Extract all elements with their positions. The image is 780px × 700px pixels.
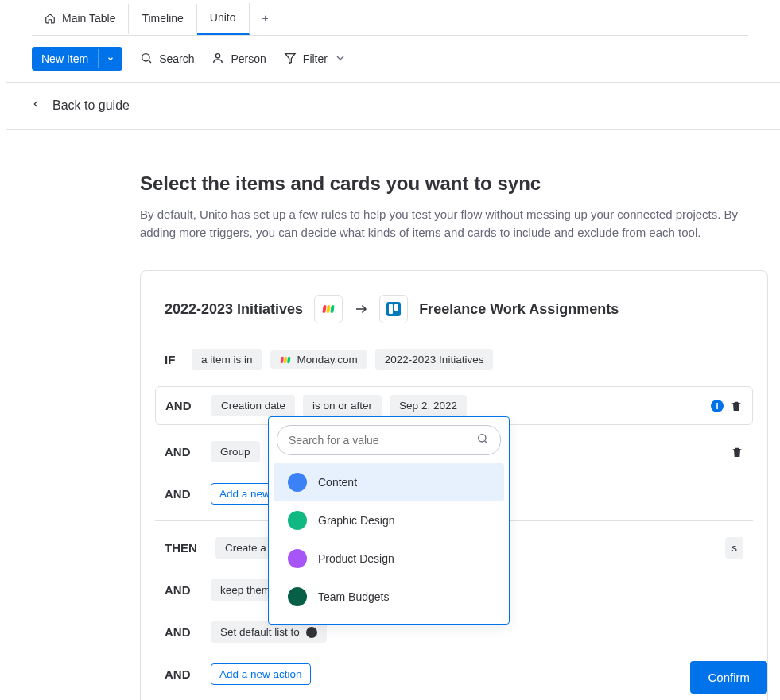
- value-chip[interactable]: Sep 2, 2022: [390, 395, 467, 416]
- search-icon: [140, 52, 153, 67]
- svg-line-6: [485, 441, 487, 443]
- trash-icon[interactable]: [731, 446, 743, 458]
- person-icon: [211, 52, 224, 67]
- option-label: Graphic Design: [318, 514, 395, 527]
- tab-label: Timeline: [142, 12, 183, 25]
- chevron-down-icon[interactable]: [98, 49, 122, 68]
- new-item-button[interactable]: New Item: [32, 47, 122, 71]
- dropdown-search[interactable]: [277, 425, 501, 455]
- tab-add[interactable]: +: [250, 4, 281, 34]
- and-keyword: AND: [165, 625, 203, 639]
- flow-source-title: 2022-2023 Initiatives: [165, 301, 303, 318]
- monday-logo-icon: [314, 295, 343, 323]
- tool-label: Filter: [303, 52, 328, 65]
- tab-main-table[interactable]: Main Table: [32, 4, 129, 34]
- person-button[interactable]: Person: [211, 52, 266, 67]
- then-keyword: THEN: [165, 541, 208, 555]
- option-label: Product Design: [318, 552, 394, 565]
- back-label: Back to guide: [52, 99, 130, 113]
- and-keyword: AND: [165, 487, 203, 501]
- and-keyword: AND: [165, 667, 203, 681]
- chevron-left-icon: [30, 99, 41, 113]
- chip-label: Add a new action: [219, 668, 302, 680]
- and-keyword: AND: [165, 399, 204, 412]
- back-to-guide-link[interactable]: Back to guide: [0, 83, 780, 129]
- option-label: Content: [318, 476, 357, 489]
- new-item-label: New Item: [32, 47, 98, 71]
- svg-marker-3: [285, 53, 295, 63]
- tab-label: Unito: [210, 11, 236, 24]
- page-subtitle: By default, Unito has set up a few rules…: [140, 206, 748, 242]
- arrow-right-icon: [354, 302, 368, 316]
- and-keyword: AND: [165, 583, 203, 597]
- dropdown-option-team-budgets[interactable]: Team Budgets: [274, 578, 504, 616]
- trash-icon[interactable]: [730, 400, 743, 412]
- operator-chip[interactable]: is on or after: [303, 395, 382, 416]
- search-input[interactable]: [289, 434, 470, 447]
- field-chip[interactable]: Group: [211, 441, 260, 462]
- svg-point-0: [142, 53, 149, 60]
- color-dot-icon: [288, 511, 307, 530]
- svg-point-2: [216, 53, 220, 57]
- add-action-button[interactable]: Add a new action: [211, 663, 311, 685]
- chip-label: Set default list to: [220, 626, 300, 638]
- and-keyword: AND: [165, 445, 203, 458]
- value-dropdown: Content Graphic Design Product Design Te…: [268, 416, 510, 625]
- tool-label: Person: [231, 52, 266, 65]
- tab-unito[interactable]: Unito: [197, 3, 250, 35]
- flow-dest-title: Freelance Work Assignments: [419, 301, 619, 318]
- monday-tool-chip: Monday.com: [270, 350, 367, 369]
- if-keyword: IF: [165, 353, 184, 366]
- tab-timeline[interactable]: Timeline: [129, 4, 196, 34]
- info-icon[interactable]: i: [711, 400, 724, 412]
- rules-card: 2022-2023 Initiatives Freelance Work Ass…: [140, 270, 768, 700]
- color-dot-icon: [288, 587, 307, 606]
- field-chip[interactable]: Creation date: [211, 395, 295, 416]
- search-button[interactable]: Search: [140, 52, 194, 67]
- trello-logo-icon: [379, 295, 408, 323]
- dropdown-option-content[interactable]: Content: [274, 463, 504, 501]
- page-title: Select the items and cards you want to s…: [140, 172, 748, 195]
- tool-label: Search: [159, 52, 194, 65]
- chevron-down-icon: [334, 52, 347, 67]
- action-chip[interactable]: Set default list to: [211, 621, 327, 643]
- search-icon: [476, 432, 489, 448]
- dropdown-option-graphic-design[interactable]: Graphic Design: [274, 501, 504, 540]
- tab-label: Main Table: [62, 12, 115, 25]
- board-chip: 2022-2023 Initiatives: [375, 349, 494, 370]
- chip-label: Monday.com: [297, 354, 358, 365]
- dropdown-option-product-design[interactable]: Product Design: [274, 540, 504, 578]
- color-dot-icon: [288, 473, 307, 492]
- option-label: Team Budgets: [318, 590, 390, 603]
- color-dot-icon: [288, 549, 307, 568]
- confirm-button[interactable]: Confirm: [690, 661, 767, 694]
- filter-icon: [284, 52, 297, 67]
- svg-point-5: [479, 435, 486, 442]
- svg-line-1: [149, 60, 151, 63]
- list-dot-icon: [306, 627, 317, 638]
- home-icon: [45, 13, 56, 24]
- plus-icon: +: [262, 12, 269, 25]
- if-condition-chip: a item is in: [192, 349, 262, 370]
- filter-button[interactable]: Filter: [284, 52, 347, 67]
- dest-suffix-chip: s: [725, 537, 743, 559]
